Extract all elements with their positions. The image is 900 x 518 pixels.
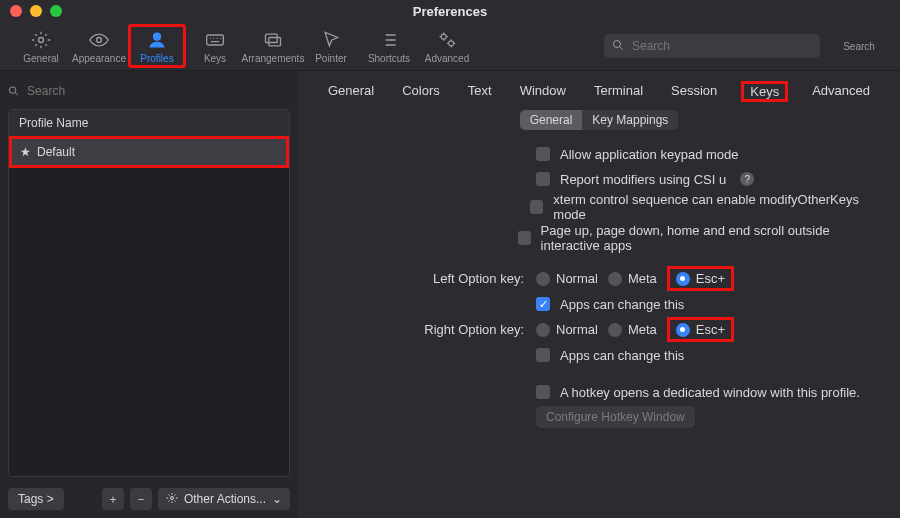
- tool-label: Arrangements: [242, 53, 305, 64]
- tool-appearance[interactable]: Appearance: [70, 24, 128, 68]
- tool-label: Profiles: [140, 53, 173, 64]
- svg-rect-5: [269, 37, 281, 45]
- keyboard-icon: [204, 29, 226, 51]
- sidebar-search-input[interactable]: [25, 83, 290, 99]
- add-profile-button[interactable]: ＋: [102, 488, 124, 510]
- lbl-page-scroll: Page up, page down, home and end scroll …: [541, 223, 882, 253]
- traffic-lights: [10, 5, 62, 17]
- other-actions-label: Other Actions...: [184, 492, 266, 506]
- profile-tabs: General Colors Text Window Terminal Sess…: [316, 81, 882, 102]
- svg-rect-3: [207, 35, 224, 45]
- lbl-apps-change-right: Apps can change this: [560, 348, 684, 363]
- gear-icon: [30, 29, 52, 51]
- lbl-apps-change-left: Apps can change this: [560, 297, 684, 312]
- tab-colors[interactable]: Colors: [398, 81, 444, 102]
- search-icon: [612, 39, 624, 54]
- svg-rect-4: [266, 34, 278, 42]
- radio-right-normal[interactable]: Normal: [536, 322, 598, 337]
- radio-right-meta[interactable]: Meta: [608, 322, 657, 337]
- radio-right-esc[interactable]: Esc+: [667, 317, 734, 342]
- svg-point-2: [154, 33, 161, 40]
- svg-point-9: [9, 87, 15, 93]
- profile-name: Default: [37, 145, 75, 159]
- tool-label: General: [23, 53, 59, 64]
- eye-icon: [88, 29, 110, 51]
- tool-label: Advanced: [425, 53, 469, 64]
- remove-profile-button[interactable]: －: [130, 488, 152, 510]
- tab-session[interactable]: Session: [667, 81, 721, 102]
- tool-label: Pointer: [315, 53, 347, 64]
- label-left-option: Left Option key:: [358, 271, 536, 286]
- svg-point-8: [614, 40, 621, 47]
- tab-general[interactable]: General: [324, 81, 378, 102]
- tool-general[interactable]: General: [12, 24, 70, 68]
- prefs-toolbar: General Appearance Profiles Keys Arrange…: [0, 22, 900, 71]
- tool-shortcuts[interactable]: Shortcuts: [360, 24, 418, 68]
- tool-label: Keys: [204, 53, 226, 64]
- subtab-key-mappings[interactable]: Key Mappings: [582, 110, 678, 130]
- tab-terminal[interactable]: Terminal: [590, 81, 647, 102]
- lbl-report-csi: Report modifiers using CSI u: [560, 172, 726, 187]
- help-icon[interactable]: ?: [740, 172, 754, 186]
- profile-row-default[interactable]: ★ Default: [9, 136, 289, 168]
- label-right-option: Right Option key:: [358, 322, 536, 337]
- list-icon: [378, 29, 400, 51]
- windows-icon: [262, 29, 284, 51]
- toolbar-search[interactable]: [604, 34, 820, 58]
- tool-label: Appearance: [72, 53, 126, 64]
- person-icon: [146, 29, 168, 51]
- gear-icon: [166, 492, 178, 507]
- toolbar-search-input[interactable]: [630, 38, 812, 54]
- profiles-sidebar: Profile Name ★ Default Tags > ＋ － Other …: [0, 71, 298, 518]
- chk-apps-change-left[interactable]: [536, 297, 550, 311]
- tool-label: Shortcuts: [368, 53, 410, 64]
- zoom-window[interactable]: [50, 5, 62, 17]
- lbl-xterm-other: xterm control sequence can enable modify…: [553, 192, 882, 222]
- chevron-down-icon: ⌄: [272, 492, 282, 506]
- lbl-allow-keypad: Allow application keypad mode: [560, 147, 739, 162]
- tool-keys[interactable]: Keys: [186, 24, 244, 68]
- chk-report-csi[interactable]: [536, 172, 550, 186]
- tool-profiles[interactable]: Profiles: [128, 24, 186, 68]
- star-icon: ★: [20, 145, 31, 159]
- search-icon: [8, 85, 19, 97]
- tool-arrangements[interactable]: Arrangements: [244, 24, 302, 68]
- subtab-general[interactable]: General: [520, 110, 583, 130]
- main-pane: General Colors Text Window Terminal Sess…: [298, 71, 900, 518]
- tab-window[interactable]: Window: [516, 81, 570, 102]
- toolbar-search-label: Search: [830, 41, 888, 52]
- svg-point-6: [441, 34, 446, 39]
- radio-left-normal[interactable]: Normal: [536, 271, 598, 286]
- window-title: Preferences: [413, 4, 487, 19]
- titlebar: Preferences: [0, 0, 900, 22]
- other-actions-menu[interactable]: Other Actions... ⌄: [158, 488, 290, 510]
- profile-list-header: Profile Name: [9, 110, 289, 136]
- chk-page-scroll[interactable]: [518, 231, 530, 245]
- tool-advanced[interactable]: Advanced: [418, 24, 476, 68]
- svg-point-0: [39, 37, 44, 42]
- tab-text[interactable]: Text: [464, 81, 496, 102]
- tab-keys[interactable]: Keys: [741, 81, 788, 102]
- radio-left-esc[interactable]: Esc+: [667, 266, 734, 291]
- svg-point-7: [449, 40, 454, 45]
- close-window[interactable]: [10, 5, 22, 17]
- configure-hotkey-button: Configure Hotkey Window: [536, 406, 695, 428]
- svg-point-1: [97, 37, 102, 42]
- chk-hotkey-profile[interactable]: [536, 385, 550, 399]
- tool-pointer[interactable]: Pointer: [302, 24, 360, 68]
- svg-point-10: [170, 496, 173, 499]
- radio-left-meta[interactable]: Meta: [608, 271, 657, 286]
- chk-xterm-other[interactable]: [530, 200, 543, 214]
- pointer-icon: [320, 29, 342, 51]
- sidebar-footer: Tags > ＋ － Other Actions... ⌄: [8, 485, 290, 513]
- gears-icon: [436, 29, 458, 51]
- profile-list: Profile Name ★ Default: [8, 109, 290, 477]
- keys-subtabs: General Key Mappings: [316, 110, 882, 130]
- lbl-hotkey-profile: A hotkey opens a dedicated window with t…: [560, 385, 860, 400]
- tab-advanced[interactable]: Advanced: [808, 81, 874, 102]
- sidebar-search[interactable]: [8, 81, 290, 101]
- chk-allow-keypad[interactable]: [536, 147, 550, 161]
- tags-button[interactable]: Tags >: [8, 488, 64, 510]
- minimize-window[interactable]: [30, 5, 42, 17]
- chk-apps-change-right[interactable]: [536, 348, 550, 362]
